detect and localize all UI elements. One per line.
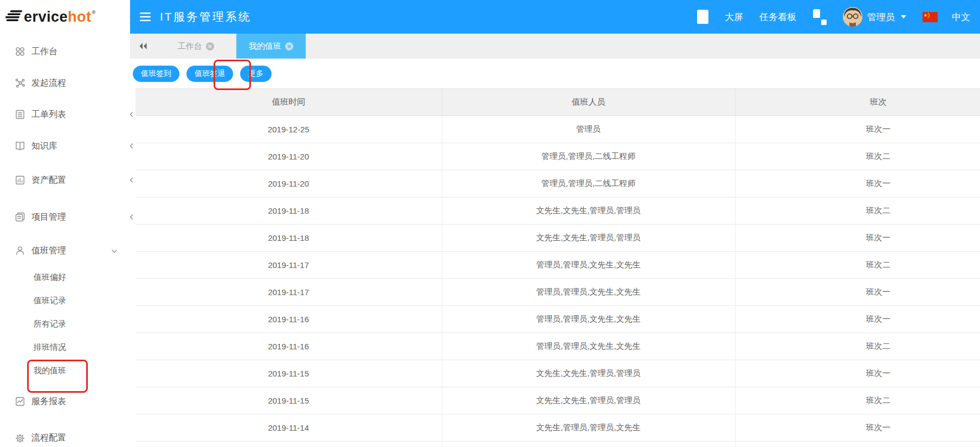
ticket-list-icon xyxy=(15,109,25,120)
bar-chart-icon xyxy=(15,175,25,186)
sidebar-item-duty-mgmt[interactable]: 值班管理 xyxy=(0,235,130,266)
chevron-left-icon xyxy=(128,143,135,149)
sidebar-item-start-process[interactable]: 发起流程 xyxy=(0,67,130,99)
duty-date-cell: 2019-11-18 xyxy=(136,225,442,252)
china-flag-icon xyxy=(923,12,938,22)
chevron-left-icon xyxy=(128,177,135,183)
sidebar-subitem-duty-preference[interactable]: 值班偏好 xyxy=(0,266,130,289)
shift-cell: 班次二 xyxy=(735,252,980,279)
sidebar-item-workbench[interactable]: 工作台 xyxy=(0,36,130,67)
duty-staff-cell: 管理员,管理员,文先生,文先生 xyxy=(442,279,735,306)
shift-cell: 班次二 xyxy=(735,442,980,447)
table-row[interactable]: 2019-11-20管理员,管理员,二线工程师班次二 xyxy=(136,143,980,170)
duty-staff-cell: 管理员,管理员,二线工程师 xyxy=(442,170,735,197)
line-chart-icon xyxy=(15,396,25,407)
duty-toolbar: 值班签到 值班签退 更多 xyxy=(130,59,980,88)
more-button[interactable]: 更多 xyxy=(240,66,272,82)
duty-sign-out-button[interactable]: 值班签退 xyxy=(186,66,233,82)
shift-cell: 班次一 xyxy=(735,306,980,333)
duty-staff-cell: 管理员,管理员,文先生,文先生 xyxy=(442,252,735,279)
table-row[interactable]: 2019-12-25管理员班次一 xyxy=(136,116,980,143)
table-row[interactable]: 2019-11-20管理员,管理员,二线工程师班次一 xyxy=(136,170,980,197)
collapse-tabs-button[interactable] xyxy=(130,34,155,59)
tab-my-duty-active[interactable]: 我的值班 × xyxy=(236,34,306,59)
duty-date-cell: 2019-11-20 xyxy=(136,170,442,197)
sidebar-menu: 工作台 发起流程 工单列表 知识库 xyxy=(0,34,130,447)
table-header-row: 值班时间 值班人员 班次 xyxy=(136,89,980,116)
documents-icon xyxy=(15,212,25,222)
duty-mgmt-submenu: 值班偏好 值班记录 所有记录 排班情况 我的值班 xyxy=(0,266,130,382)
user-menu[interactable]: 管理员 xyxy=(843,7,906,27)
task-board-link[interactable]: 任务看板 xyxy=(759,11,796,23)
duty-staff-cell: 管理员 xyxy=(442,116,735,143)
duty-table: 值班时间 值班人员 班次 2019-12-25管理员班次一 2019-11-20… xyxy=(136,88,980,447)
duty-staff-cell: 文先生,管理员,管理员,文先生 xyxy=(442,414,735,442)
sidebar-item-service-report[interactable]: 服务报表 xyxy=(0,382,130,420)
duty-date-cell: 2019-11-14 xyxy=(136,414,442,442)
duty-table-container: 值班时间 值班人员 班次 2019-12-25管理员班次一 2019-11-20… xyxy=(136,88,980,447)
sidebar-item-knowledge-base[interactable]: 知识库 xyxy=(0,130,130,162)
flow-nodes-icon xyxy=(15,78,25,88)
tab-bar: 工作台 × 我的值班 × xyxy=(130,34,980,59)
col-shift: 班次 xyxy=(735,89,980,116)
duty-date-cell: 2019-11-15 xyxy=(136,387,442,414)
table-row[interactable]: 2019-11-18文先生,文先生,管理员,管理员班次一 xyxy=(136,225,980,252)
duty-date-cell: 2019-11-15 xyxy=(136,360,442,387)
table-row[interactable]: 2019-11-18文先生,文先生,管理员,管理员班次二 xyxy=(136,197,980,225)
header-actions: 大屏 任务看板 管理员 xyxy=(697,7,980,27)
shift-cell: 班次二 xyxy=(735,387,980,414)
display-screen-icon[interactable] xyxy=(697,10,708,24)
duty-staff-cell: 管理员,管理员,文先生,文先生 xyxy=(442,333,735,360)
duty-sign-in-button[interactable]: 值班签到 xyxy=(133,66,179,82)
user-name: 管理员 xyxy=(867,11,895,23)
duty-staff-cell: 文先生,文先生,管理员,管理员 xyxy=(442,197,735,225)
sidebar-subitem-shift-schedule[interactable]: 排班情况 xyxy=(0,336,130,359)
big-screen-link[interactable]: 大屏 xyxy=(725,11,743,23)
col-duty-time: 值班时间 xyxy=(136,89,442,116)
tab-workbench[interactable]: 工作台 × xyxy=(155,34,236,59)
book-icon xyxy=(15,141,25,151)
sidebar-subitem-all-records[interactable]: 所有记录 xyxy=(0,312,130,336)
top-header-bar: IT服务管理系统 大屏 任务看板 xyxy=(130,0,980,34)
table-row[interactable]: 2019-11-14文先生,管理员,管理员,文先生班次二 xyxy=(136,442,980,447)
sidebar-item-asset-config[interactable]: 资产配置 xyxy=(0,162,130,199)
layout-squares-icon[interactable] xyxy=(813,9,827,25)
table-row[interactable]: 2019-11-17管理员,管理员,文先生,文先生班次一 xyxy=(136,279,980,306)
sidebar-item-ticket-list[interactable]: 工单列表 xyxy=(0,99,130,130)
duty-staff-cell: 文先生,管理员,管理员,文先生 xyxy=(442,442,735,447)
table-row[interactable]: 2019-11-17管理员,管理员,文先生,文先生班次二 xyxy=(136,252,980,279)
shift-cell: 班次二 xyxy=(735,333,980,360)
shift-cell: 班次一 xyxy=(735,279,980,306)
duty-date-cell: 2019-11-17 xyxy=(136,279,442,306)
tab-close-icon[interactable]: × xyxy=(285,42,293,50)
sidebar-item-project-mgmt[interactable]: 项目管理 xyxy=(0,199,130,235)
table-row[interactable]: 2019-11-16管理员,管理员,文先生,文先生班次一 xyxy=(136,306,980,333)
double-left-arrow-icon xyxy=(138,42,147,50)
shift-cell: 班次一 xyxy=(735,116,980,143)
table-row[interactable]: 2019-11-15文先生,文先生,管理员,管理员班次二 xyxy=(136,387,980,414)
duty-date-cell: 2019-11-20 xyxy=(136,143,442,170)
duty-date-cell: 2019-11-17 xyxy=(136,252,442,279)
hamburger-menu-icon[interactable] xyxy=(140,12,151,21)
dropdown-caret-icon xyxy=(901,15,906,18)
person-icon xyxy=(15,245,25,256)
table-row[interactable]: 2019-11-14文先生,管理员,管理员,文先生班次一 xyxy=(136,414,980,442)
col-duty-staff: 值班人员 xyxy=(442,89,735,116)
language-switcher[interactable]: 中文 xyxy=(923,11,970,23)
shift-cell: 班次一 xyxy=(735,225,980,252)
gear-icon xyxy=(15,433,25,444)
sidebar-item-process-config[interactable]: 流程配置 xyxy=(0,420,130,447)
duty-staff-cell: 管理员,管理员,文先生,文先生 xyxy=(442,306,735,333)
brand-logo-text: ervicehot® xyxy=(24,9,96,25)
sidebar-subitem-duty-records[interactable]: 值班记录 xyxy=(0,289,130,312)
sidebar-subitem-my-duty[interactable]: 我的值班 xyxy=(0,359,130,382)
table-row[interactable]: 2019-11-16管理员,管理员,文先生,文先生班次二 xyxy=(136,333,980,360)
duty-date-cell: 2019-11-14 xyxy=(136,442,442,447)
shift-cell: 班次二 xyxy=(735,143,980,170)
tab-close-icon[interactable]: × xyxy=(206,42,214,50)
table-row[interactable]: 2019-11-15文先生,文先生,管理员,管理员班次一 xyxy=(136,360,980,387)
duty-date-cell: 2019-11-16 xyxy=(136,306,442,333)
duty-staff-cell: 文先生,文先生,管理员,管理员 xyxy=(442,387,735,414)
chevron-down-icon xyxy=(111,248,118,254)
duty-date-cell: 2019-11-16 xyxy=(136,333,442,360)
